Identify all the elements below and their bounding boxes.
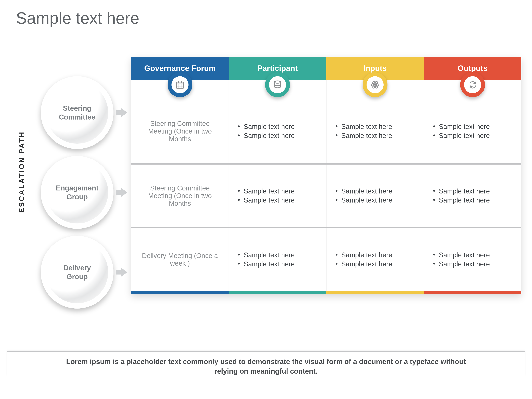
table-row: Steering Committee Meeting (Once in two … <box>131 163 521 227</box>
list-item: Sample text here <box>432 251 513 260</box>
list-item: Sample text here <box>237 122 318 131</box>
list-item: Sample text here <box>432 187 513 196</box>
circle-delivery-group: Delivery Group <box>41 236 114 309</box>
circle-steering-committee: Steering Committee <box>41 76 114 149</box>
cell-governance: Steering Committee Meeting (Once in two … <box>131 165 229 227</box>
list-item: Sample text here <box>432 196 513 205</box>
list-item: Sample text here <box>237 131 318 140</box>
circle-label: Engagement Group <box>54 184 100 201</box>
cell-governance: Steering Committee Meeting (Once in two … <box>131 99 229 163</box>
page-title: Sample text here <box>16 9 139 27</box>
arrow-icon <box>121 268 127 277</box>
arrow-icon <box>121 108 127 117</box>
cell-governance: Delivery Meeting (Once a week ) <box>131 228 229 291</box>
list-item: Sample text here <box>432 122 513 131</box>
cell-outputs: Sample text here Sample text here <box>424 165 521 227</box>
circle-label: Steering Committee <box>54 104 100 121</box>
table-row: Delivery Meeting (Once a week ) Sample t… <box>131 227 521 291</box>
cell-participant: Sample text here Sample text here <box>229 165 326 227</box>
header-row: Governance Forum Participant Inputs Outp… <box>131 57 521 80</box>
list-item: Sample text here <box>237 251 318 260</box>
atom-icon <box>363 72 387 97</box>
list-item: Sample text here <box>334 260 416 269</box>
cell-inputs: Sample text here Sample text here <box>326 228 424 291</box>
arrow-icon <box>121 188 127 197</box>
cell-outputs: Sample text here Sample text here <box>424 99 521 163</box>
list-item: Sample text here <box>237 260 318 269</box>
list-item: Sample text here <box>237 196 318 205</box>
cycle-icon <box>460 72 485 97</box>
list-item: Sample text here <box>334 187 416 196</box>
list-item: Sample text here <box>334 196 416 205</box>
list-item: Sample text here <box>334 122 416 131</box>
table-row: Steering Committee Meeting (Once in two … <box>131 99 521 163</box>
circle-label: Delivery Group <box>54 263 100 281</box>
matrix-body: Steering Committee Meeting (Once in two … <box>131 99 521 291</box>
cell-inputs: Sample text here Sample text here <box>326 165 424 227</box>
cell-inputs: Sample text here Sample text here <box>326 99 424 163</box>
svg-rect-0 <box>177 82 183 88</box>
cell-participant: Sample text here Sample text here <box>229 228 326 291</box>
database-icon <box>265 72 290 97</box>
svg-point-7 <box>274 81 281 83</box>
list-item: Sample text here <box>432 131 513 140</box>
column-footer-accent <box>131 291 521 294</box>
list-item: Sample text here <box>334 251 416 260</box>
list-item: Sample text here <box>334 131 416 140</box>
calendar-icon <box>168 72 192 97</box>
row-labels-column: Steering Committee Engagement Group Deli… <box>41 76 122 316</box>
list-item: Sample text here <box>432 260 513 269</box>
escalation-path-label: ESCALATION PATH <box>18 131 26 213</box>
footer-caption: Lorem ipsum is a placeholder text common… <box>62 357 470 376</box>
governance-matrix: Governance Forum Participant Inputs Outp… <box>131 57 521 294</box>
icon-row <box>131 80 521 99</box>
circle-engagement-group: Engagement Group <box>41 156 114 229</box>
cell-outputs: Sample text here Sample text here <box>424 228 521 291</box>
footer-caption-bar: Lorem ipsum is a placeholder text common… <box>7 351 525 376</box>
svg-point-8 <box>374 84 376 86</box>
list-item: Sample text here <box>237 187 318 196</box>
cell-participant: Sample text here Sample text here <box>229 99 326 163</box>
